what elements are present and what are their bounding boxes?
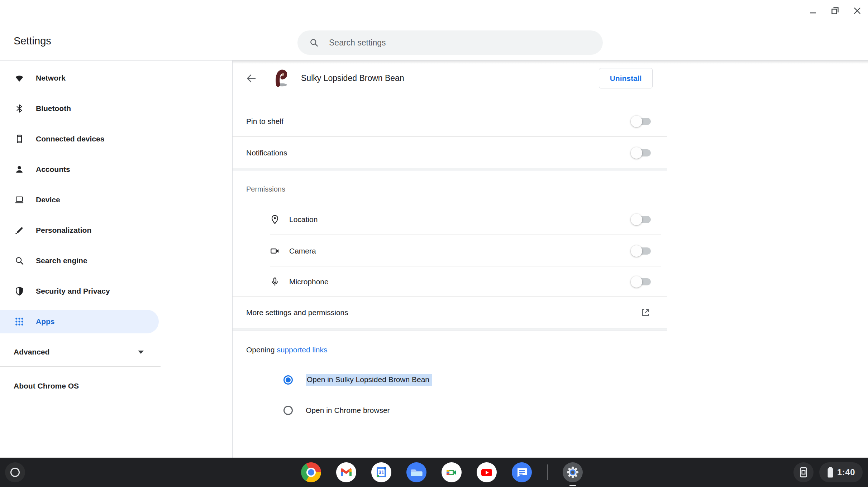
messages-icon[interactable] [512, 462, 532, 482]
sidebar-item-label: Network [36, 74, 66, 82]
sidebar-item-security-privacy[interactable]: Security and Privacy [0, 279, 159, 303]
search-icon [14, 256, 24, 266]
files-icon[interactable] [406, 462, 426, 482]
toggle-knob [631, 245, 642, 257]
wifi-icon [14, 73, 24, 83]
sidebar-item-label: Security and Privacy [36, 287, 110, 295]
about-label: About Chrome OS [14, 382, 79, 390]
restore-icon[interactable] [828, 4, 842, 18]
uninstall-button[interactable]: Uninstall [599, 68, 653, 88]
camera-toggle[interactable] [631, 247, 651, 255]
calendar-icon[interactable]: 31 [371, 462, 391, 482]
radio-unselected-icon[interactable] [283, 406, 293, 415]
section-divider [233, 168, 667, 170]
toggle-knob [631, 147, 642, 159]
opening-prefix: Opening [246, 346, 277, 354]
chrome-core [308, 469, 314, 476]
sidebar-item-label: Device [36, 196, 60, 204]
toggle-knob [631, 276, 642, 288]
settings-gear-icon[interactable] [563, 462, 583, 482]
more-settings-row[interactable]: More settings and permissions [233, 298, 667, 328]
sidebar-item-bluetooth[interactable]: Bluetooth [0, 97, 159, 120]
chrome-icon[interactable] [301, 462, 321, 482]
gmail-icon[interactable] [336, 462, 356, 482]
chevron-down-icon [138, 351, 144, 354]
supported-links-link[interactable]: supported links [277, 346, 327, 354]
sidebar-item-network[interactable]: Network [0, 66, 159, 90]
app-title: Sulky Lopsided Brown Bean [301, 73, 404, 83]
page-title: Settings [14, 35, 51, 47]
toggle-knob [631, 214, 642, 225]
sidebar-divider [0, 366, 161, 367]
sidebar-item-personalization[interactable]: Personalization [0, 218, 159, 242]
search-bar[interactable] [297, 30, 603, 55]
shelf-separator [547, 464, 548, 480]
open-in-app-label: Open in Sulky Lopsided Brown Bean [306, 374, 432, 386]
meet-icon[interactable] [442, 462, 462, 482]
section-divider [233, 328, 667, 331]
shield-icon [14, 286, 24, 296]
chromeos-settings-window: Settings Network [0, 0, 868, 487]
sidebar-advanced-expander[interactable]: Advanced [0, 340, 159, 364]
sidebar-item-label: Personalization [36, 226, 91, 235]
search-icon [309, 38, 319, 48]
sidebar-item-label: Connected devices [36, 135, 104, 143]
sidebar-item-accounts[interactable]: Accounts [0, 158, 159, 181]
search-input[interactable] [328, 38, 545, 48]
shelf-apps: 31 [301, 462, 583, 482]
shelf: 31 [0, 458, 868, 487]
youtube-icon[interactable] [477, 462, 497, 482]
location-pin-icon [270, 214, 280, 225]
row-divider [233, 136, 667, 137]
sidebar-item-label: Apps [36, 317, 55, 326]
video-camera-icon [270, 246, 280, 256]
camera-permission-row[interactable]: Camera [233, 237, 667, 265]
location-toggle[interactable] [631, 216, 651, 223]
external-link-icon[interactable] [640, 307, 651, 318]
status-tray[interactable]: 1:40 [819, 462, 863, 482]
location-label: Location [289, 215, 318, 224]
bean-app-logo [273, 68, 289, 88]
pin-to-shelf-label: Pin to shelf [246, 117, 283, 126]
window-controls [806, 4, 864, 18]
pin-to-shelf-toggle[interactable] [631, 117, 651, 125]
phone-hub-icon[interactable] [793, 462, 814, 482]
row-divider [233, 296, 667, 297]
row-divider [270, 266, 661, 266]
location-permission-row[interactable]: Location [233, 205, 667, 234]
opening-heading: Opening supported links [246, 346, 327, 354]
advanced-label: Advanced [14, 348, 49, 356]
open-in-chrome-option[interactable]: Open in Chrome browser [233, 396, 667, 425]
brush-icon [14, 225, 24, 235]
microphone-toggle[interactable] [631, 278, 651, 286]
sidebar-item-label: Accounts [36, 165, 70, 174]
clock-label: 1:40 [837, 467, 855, 477]
back-arrow-icon[interactable] [243, 71, 259, 86]
permissions-heading: Permissions [246, 185, 285, 193]
person-icon [14, 164, 24, 174]
camera-label: Camera [289, 247, 316, 255]
app-detail-header: Sulky Lopsided Brown Bean Uninstall [233, 61, 667, 101]
sidebar-item-about-chromeos[interactable]: About Chrome OS [0, 374, 159, 398]
microphone-permission-row[interactable]: Microphone [233, 267, 667, 296]
launcher-icon[interactable] [5, 462, 25, 482]
phone-icon [14, 134, 24, 144]
open-in-app-option[interactable]: Open in Sulky Lopsided Brown Bean [233, 366, 667, 394]
sidebar-item-search-engine[interactable]: Search engine [0, 249, 159, 273]
notifications-row[interactable]: Notifications [233, 138, 667, 168]
sidebar-item-label: Bluetooth [36, 104, 71, 113]
notifications-toggle[interactable] [631, 149, 651, 157]
sidebar-item-apps[interactable]: Apps [0, 310, 159, 333]
pin-to-shelf-row[interactable]: Pin to shelf [233, 107, 667, 136]
minimize-icon[interactable] [806, 4, 820, 18]
battery-icon [827, 467, 834, 478]
more-settings-label: More settings and permissions [246, 308, 348, 317]
close-icon[interactable] [850, 4, 864, 18]
radio-selected-icon[interactable] [283, 375, 293, 385]
launcher-ring [10, 468, 20, 477]
sidebar-item-connected-devices[interactable]: Connected devices [0, 127, 159, 151]
bluetooth-icon [14, 103, 24, 114]
sidebar-item-device[interactable]: Device [0, 188, 159, 212]
toggle-knob [631, 116, 642, 127]
app-detail-card: Sulky Lopsided Brown Bean Uninstall Pin … [232, 61, 667, 458]
